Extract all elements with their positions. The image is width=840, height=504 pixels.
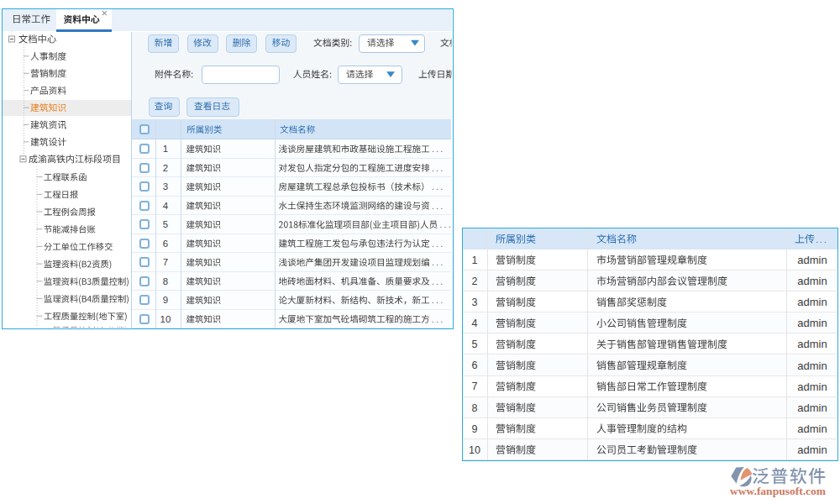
svg-text:www.fanpusoft.com: www.fanpusoft.com — [730, 485, 827, 497]
